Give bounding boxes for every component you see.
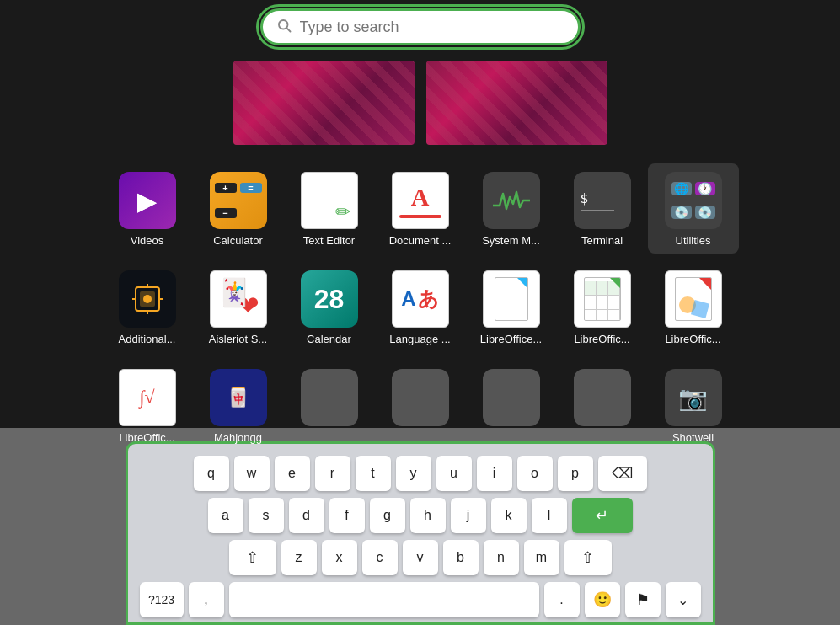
kb-key-s[interactable]: s — [249, 498, 284, 533]
app-icon-document: A — [392, 172, 449, 229]
apps-row-3: ∫√ LibreOffic... 🀄 Mahjongg 📷 Shotwell — [0, 361, 840, 451]
kb-key-u[interactable]: u — [436, 456, 472, 491]
kb-row-2: a s d f g h j k l ↵ — [140, 498, 701, 533]
kb-key-enter[interactable]: ↵ — [572, 498, 633, 533]
kb-key-h[interactable]: h — [410, 498, 446, 533]
kb-key-x[interactable]: x — [322, 540, 357, 575]
app-item-calendar[interactable]: 28 Calendar — [284, 262, 375, 352]
kb-key-y[interactable]: y — [396, 456, 431, 491]
app-icon-calculator: + = − — [210, 172, 267, 229]
kb-key-g[interactable]: g — [370, 498, 405, 533]
app-label-mahjong: Mahjongg — [198, 431, 279, 444]
app-item-calculator[interactable]: + = − Calculator — [193, 163, 284, 254]
app-label-lowriter: LibreOffice... — [471, 333, 552, 345]
app-label-loformula: LibreOffic... — [107, 431, 188, 444]
app-label-utilities: Utilities — [653, 234, 734, 247]
app-item-systemmon[interactable]: System M... — [466, 163, 557, 254]
app-label-texteditor: Text Editor — [289, 234, 370, 247]
kb-row-3: ⇧ z x c v b n m ⇧ — [140, 540, 701, 575]
kb-key-r[interactable]: r — [315, 456, 350, 491]
kb-row-bottom: ?123 , . 🙂 ⚑ ⌄ — [140, 582, 701, 617]
app-item-document[interactable]: A Document ... — [375, 163, 466, 254]
kb-key-emoji[interactable]: 🙂 — [585, 582, 620, 617]
thumbnails-row — [0, 61, 840, 145]
app-icon-videos: ▶ — [119, 172, 176, 229]
kb-key-num-toggle[interactable]: ?123 — [140, 582, 184, 617]
kb-key-p[interactable]: p — [558, 456, 593, 491]
app-item-texteditor[interactable]: ✏ Text Editor — [284, 163, 375, 254]
app-item-aisleriot[interactable]: 🃏 ❤ Aisleriot S... — [193, 262, 284, 352]
app-icon-lowriter — [483, 270, 540, 328]
kb-key-period[interactable]: . — [544, 582, 580, 617]
kb-key-e[interactable]: e — [275, 456, 310, 491]
svg-line-1 — [286, 28, 290, 31]
app-icon-loformula: ∫√ — [119, 369, 176, 426]
kb-key-f[interactable]: f — [329, 498, 365, 533]
kb-key-m[interactable]: m — [524, 540, 559, 575]
app-item-lowriter[interactable]: LibreOffice... — [466, 262, 557, 352]
app-icon-calendar: 28 — [301, 270, 358, 328]
thumbnail-left[interactable] — [233, 61, 415, 145]
app-item-language[interactable]: A あ Language ... — [375, 262, 466, 352]
app-item-ph2[interactable] — [375, 361, 466, 451]
app-item-lodraw[interactable]: LibreOffic... — [648, 262, 739, 352]
app-icon-aisleriot: 🃏 ❤ — [210, 270, 267, 328]
app-icon-systemmon — [483, 172, 540, 229]
app-icon-mahjong: 🀄 — [210, 369, 267, 426]
kb-key-v[interactable]: v — [403, 540, 438, 575]
app-item-ph4[interactable] — [557, 361, 648, 451]
app-item-utilities[interactable]: 🌐 🕐 💿 💿 Utilities — [648, 163, 739, 254]
kb-key-shift-right[interactable]: ⇧ — [564, 540, 612, 575]
app-label-language: Language ... — [380, 333, 461, 345]
kb-row-1: q w e r t y u i o p ⌫ — [140, 456, 701, 491]
app-item-terminal[interactable]: $_ Terminal — [557, 163, 648, 254]
app-icon-ph2 — [392, 369, 449, 426]
app-icon-ph3 — [483, 369, 540, 426]
kb-key-j[interactable]: j — [451, 498, 486, 533]
app-icon-ph4 — [574, 369, 631, 426]
app-label-additional: Additional... — [107, 333, 188, 345]
app-icon-texteditor: ✏ — [301, 172, 358, 229]
kb-key-c[interactable]: c — [362, 540, 398, 575]
kb-key-collapse[interactable]: ⌄ — [666, 582, 701, 617]
app-icon-utilities: 🌐 🕐 💿 💿 — [665, 172, 722, 229]
kb-key-b[interactable]: b — [443, 540, 479, 575]
kb-key-n[interactable]: n — [484, 540, 519, 575]
kb-key-comma[interactable]: , — [189, 582, 224, 617]
kb-key-backspace[interactable]: ⌫ — [598, 456, 647, 491]
app-label-calendar: Calendar — [289, 333, 370, 345]
search-input[interactable] — [300, 19, 564, 36]
app-label-shotwell: Shotwell — [653, 431, 734, 444]
kb-key-i[interactable]: i — [477, 456, 512, 491]
app-icon-shotwell: 📷 — [665, 369, 722, 426]
app-icon-localc — [574, 270, 631, 328]
app-item-localc[interactable]: LibreOffic... — [557, 262, 648, 352]
kb-key-space[interactable] — [229, 582, 539, 617]
app-item-additional[interactable]: Additional... — [102, 262, 193, 352]
kb-key-k[interactable]: k — [491, 498, 527, 533]
kb-key-w[interactable]: w — [234, 456, 270, 491]
thumbnail-right[interactable] — [426, 61, 607, 145]
kb-key-a[interactable]: a — [208, 498, 243, 533]
app-label-lodraw: LibreOffic... — [653, 333, 734, 345]
app-item-loformula[interactable]: ∫√ LibreOffic... — [102, 361, 193, 451]
kb-key-d[interactable]: d — [289, 498, 324, 533]
app-item-ph3[interactable] — [466, 361, 557, 451]
kb-key-flag[interactable]: ⚑ — [625, 582, 661, 617]
app-icon-additional — [119, 270, 176, 328]
kb-key-shift-left[interactable]: ⇧ — [229, 540, 276, 575]
apps-row-2: Additional... 🃏 ❤ Aisleriot S... 28 Cale… — [0, 262, 840, 352]
kb-key-o[interactable]: o — [517, 456, 553, 491]
kb-key-l[interactable]: l — [532, 498, 567, 533]
kb-key-z[interactable]: z — [281, 540, 317, 575]
kb-key-q[interactable]: q — [194, 456, 229, 491]
app-label-document: Document ... — [380, 234, 461, 247]
app-item-ph1[interactable] — [284, 361, 375, 451]
app-icon-lodraw — [665, 270, 722, 328]
svg-point-4 — [143, 295, 152, 303]
app-item-shotwell[interactable]: 📷 Shotwell — [648, 361, 739, 451]
kb-key-t[interactable]: t — [356, 456, 391, 491]
app-item-videos[interactable]: ▶ Videos — [102, 163, 193, 254]
app-item-mahjong[interactable]: 🀄 Mahjongg — [193, 361, 284, 451]
app-icon-terminal: $_ — [574, 172, 631, 229]
